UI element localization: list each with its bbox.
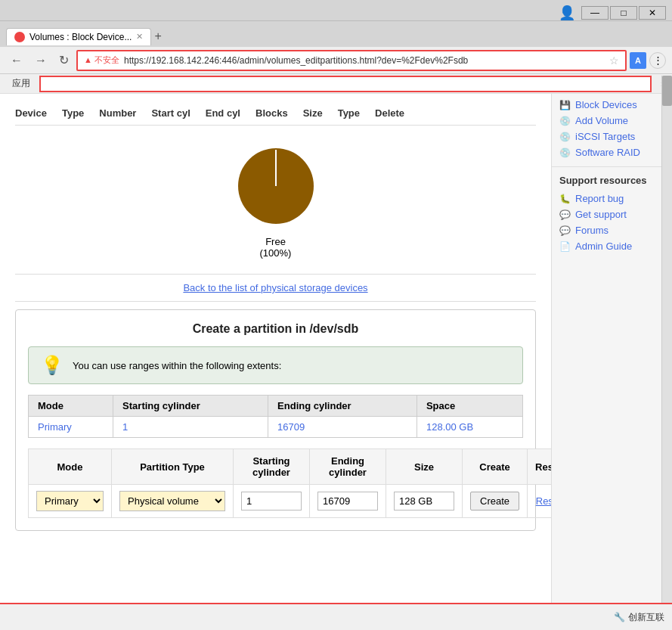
range-start: 1 (113, 417, 268, 438)
search-bar-outlined[interactable] (39, 76, 652, 92)
support-header: Support resources (552, 170, 672, 191)
reset-button[interactable]: Reset (536, 495, 551, 507)
tab-title: Volumes : Block Device... (29, 32, 132, 42)
form-row: Primary Logical Extended Physical volume… (29, 485, 552, 518)
sidebar-item-software-raid[interactable]: 💿 Software RAID (552, 144, 672, 160)
divider1 (15, 274, 536, 275)
create-partition-section: Create a partition in /dev/sdb 💡 You can… (15, 309, 536, 531)
sidebar-label-report-bug: Report bug (575, 193, 624, 204)
tab-bar: Volumes : Block Device... ✕ + (0, 21, 672, 47)
sidebar-item-report-bug[interactable]: 🐛 Report bug (552, 191, 672, 206)
reload-button[interactable]: ↻ (54, 51, 73, 69)
sidebar-item-add-volume[interactable]: 💿 Add Volume (552, 113, 672, 129)
col-endcyl: End cyl (206, 107, 240, 119)
col-type2: Type (338, 107, 360, 119)
scrollbar-track (661, 76, 672, 603)
block-devices-icon: 💾 (559, 100, 571, 110)
minimize-button[interactable]: — (581, 6, 609, 20)
main-content-area: Device Type Number Start cyl End cyl Blo… (0, 94, 551, 630)
range-col-start: Starting cylinder (113, 396, 268, 417)
forward-button[interactable]: → (30, 52, 51, 69)
col-type: Type (62, 107, 84, 119)
admin-guide-icon: 📄 (559, 241, 571, 252)
back-to-list-link[interactable]: Back to the list of physical storage dev… (183, 282, 367, 293)
col-number: Number (99, 107, 136, 119)
address-bar[interactable]: ▲ 不安全 https://192.168.142.246:446/admin/… (76, 50, 627, 71)
col-startcyl: Start cyl (151, 107, 190, 119)
size-input[interactable]: 128 GB (394, 492, 454, 511)
form-col-mode: Mode (29, 449, 112, 485)
nav-bar: ← → ↻ ▲ 不安全 https://192.168.142.246:446/… (0, 47, 672, 74)
sidebar-label-iscsi: iSCSI Targets (575, 131, 635, 142)
sidebar-divider (552, 166, 672, 167)
back-link-container: Back to the list of physical storage dev… (15, 282, 536, 293)
tab-favicon (14, 32, 25, 42)
back-button[interactable]: ← (6, 52, 27, 69)
brand-name: 创新互联 (628, 611, 664, 624)
range-table: Mode Starting cylinder Ending cylinder S… (28, 395, 523, 438)
pie-chart (231, 141, 321, 231)
close-button[interactable]: ✕ (639, 6, 666, 20)
col-size: Size (303, 107, 323, 119)
apps-bookmark[interactable]: 应用 (6, 76, 36, 92)
pie-chart-section: Free (100%) (15, 141, 536, 259)
sidebar-label-block-devices: Block Devices (575, 99, 637, 110)
range-col-end: Ending cylinder (268, 396, 417, 417)
range-col-space: Space (417, 396, 522, 417)
form-col-start-cyl: Startingcylinder (234, 449, 310, 485)
sidebar-label-admin-guide: Admin Guide (575, 241, 632, 252)
maximize-button[interactable]: □ (610, 6, 637, 20)
form-col-create: Create (463, 449, 528, 485)
sidebar-item-get-support[interactable]: 💬 Get support (552, 206, 672, 222)
pie-percent-text: (100%) (260, 247, 292, 259)
window-controls[interactable]: 👤 — □ ✕ (554, 5, 666, 21)
bookmark-star-icon[interactable]: ☆ (609, 54, 619, 67)
range-mode: Primary (29, 417, 113, 438)
ending-cylinder-input[interactable]: 16709 (317, 492, 378, 511)
get-support-icon: 💬 (559, 209, 571, 220)
mode-select[interactable]: Primary Logical Extended (36, 491, 104, 511)
new-tab-button[interactable]: + (154, 29, 161, 43)
start-cyl-cell: 1 (234, 485, 310, 518)
sidebar-label-add-volume: Add Volume (575, 115, 628, 126)
add-volume-icon: 💿 (559, 116, 571, 126)
report-bug-icon: 🐛 (559, 194, 571, 204)
url-text: https://192.168.142.246:446/admin/volume… (124, 55, 605, 66)
user-icon[interactable]: 👤 (554, 5, 580, 21)
brand-logo: 🔧 创新互联 (614, 611, 664, 624)
range-end: 16709 (268, 417, 417, 438)
partition-type-select[interactable]: Physical volume Linux Swap FAT32 (119, 491, 225, 511)
info-box: 💡 You can use ranges within the followin… (28, 346, 523, 384)
brand-icon: 🔧 (614, 612, 625, 622)
iscsi-icon: 💿 (559, 132, 571, 142)
active-tab[interactable]: Volumes : Block Device... ✕ (6, 28, 151, 45)
starting-cylinder-input[interactable]: 1 (241, 492, 302, 511)
col-device: Device (15, 107, 47, 119)
forums-icon: 💬 (559, 225, 571, 236)
chrome-menu-button[interactable]: ⋮ (649, 52, 666, 69)
sidebar-item-admin-guide[interactable]: 📄 Admin Guide (552, 238, 672, 254)
extension-button[interactable]: A (630, 52, 646, 69)
bottom-status-bar: 🔧 创新互联 (0, 603, 672, 630)
col-delete: Delete (375, 107, 404, 119)
create-button[interactable]: Create (470, 492, 519, 511)
sidebar-nav-section: 💾 Block Devices 💿 Add Volume 💿 iSCSI Tar… (552, 97, 672, 160)
range-space: 128.00 GB (417, 417, 522, 438)
size-cell: 128 GB (386, 485, 463, 518)
range-row: Primary 1 16709 128.00 GB (29, 417, 523, 438)
tab-close-button[interactable]: ✕ (136, 32, 143, 42)
sidebar-label-forums: Forums (575, 225, 609, 236)
pie-label-text: Free (260, 236, 292, 247)
sidebar: 💾 Block Devices 💿 Add Volume 💿 iSCSI Tar… (551, 94, 672, 630)
browser-body: Device Type Number Start cyl End cyl Blo… (0, 94, 672, 630)
partition-type-cell: Physical volume Linux Swap FAT32 (112, 485, 234, 518)
partition-section-title: Create a partition in /dev/sdb (28, 322, 523, 336)
pie-label: Free (100%) (260, 236, 292, 259)
end-cyl-cell: 16709 (310, 485, 386, 518)
form-col-reset: Reset (528, 449, 551, 485)
sidebar-item-iscsi[interactable]: 💿 iSCSI Targets (552, 129, 672, 144)
col-blocks: Blocks (255, 107, 288, 119)
sidebar-item-forums[interactable]: 💬 Forums (552, 222, 672, 238)
sidebar-item-block-devices[interactable]: 💾 Block Devices (552, 97, 672, 113)
scrollbar-thumb[interactable] (662, 76, 672, 106)
